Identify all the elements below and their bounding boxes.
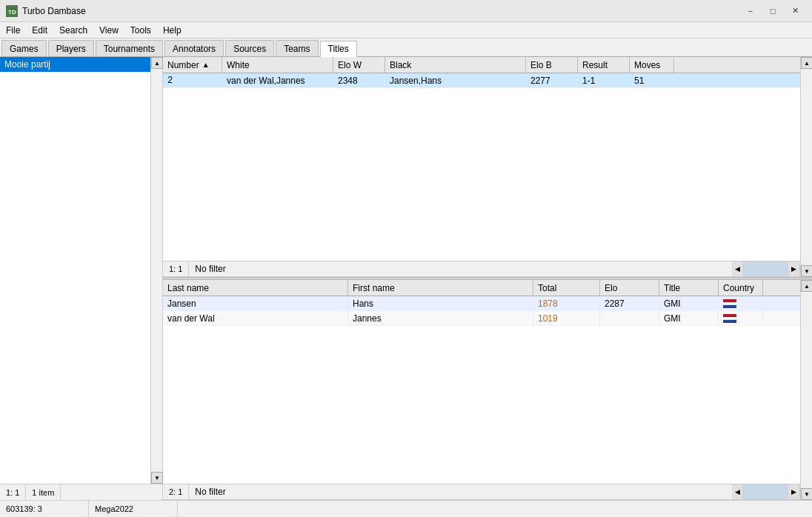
menu-view[interactable]: View [93, 22, 124, 39]
col-header-country[interactable]: Country [719, 280, 763, 296]
bottom-scroll-up[interactable]: ▲ [801, 280, 812, 292]
minimize-button[interactable]: − [739, 4, 762, 19]
col-header-total[interactable]: Total [533, 280, 600, 296]
right-panel: Number ▲ White Elo W Black Elo B [163, 57, 812, 500]
left-panel: Mooie partij ▲ ▼ 1: 1 1 item [0, 57, 163, 500]
table-row[interactable]: van der Wal Jannes 1019 GMI [163, 311, 800, 326]
col-header-black[interactable]: Black [385, 57, 526, 73]
tab-titles[interactable]: Titles [320, 41, 357, 57]
menu-tools[interactable]: Tools [124, 22, 157, 39]
bottom-filter-nav-left[interactable]: ◀ [732, 484, 744, 499]
bottom-scroll-track [801, 292, 812, 488]
tab-annotators[interactable]: Annotators [164, 40, 224, 56]
menu-bar: File Edit Search View Tools Help [0, 22, 812, 39]
top-scroll-up[interactable]: ▲ [801, 57, 812, 69]
bottom-filter-scrollbar [744, 484, 788, 499]
cell-elow: 2348 [333, 73, 385, 87]
menu-search[interactable]: Search [53, 22, 93, 39]
top-filter-text: No filter [189, 264, 732, 274]
nl-flag [723, 299, 736, 308]
table-row[interactable]: 2 van der Wal,Jannes 2348 Jansen,Hans 22… [163, 73, 800, 88]
cell-result: 1-1 [578, 73, 630, 87]
top-filter-position: 1: 1 [163, 261, 189, 276]
cell-elo [600, 311, 659, 325]
cell-country [719, 311, 763, 325]
window-controls: − □ ✕ [739, 4, 806, 19]
list-item[interactable]: Mooie partij [0, 57, 162, 72]
tab-games[interactable]: Games [1, 40, 47, 56]
menu-file[interactable]: File [0, 22, 26, 39]
bottom-grid: Last name First name Total Elo Title [163, 280, 812, 500]
bottom-grid-header: Last name First name Total Elo Title [163, 280, 800, 296]
cell-elo: 2287 [600, 296, 659, 310]
col-header-title[interactable]: Title [659, 280, 719, 296]
col-header-elob[interactable]: Elo B [526, 57, 578, 73]
scroll-track [151, 69, 162, 472]
title-bar-left: TD Turbo Dambase [6, 5, 86, 17]
cell-title: GMI [659, 296, 719, 310]
scroll-up-btn[interactable]: ▲ [151, 57, 163, 69]
bottom-grid-scrollbar: ▲ ▼ [800, 280, 812, 500]
scroll-down-btn[interactable]: ▼ [151, 472, 163, 484]
menu-edit[interactable]: Edit [26, 22, 53, 39]
title-bar: TD Turbo Dambase − □ ✕ [0, 0, 812, 22]
top-grid-header: Number ▲ White Elo W Black Elo B [163, 57, 800, 73]
nl-flag [723, 314, 736, 323]
top-grid-scrollbar: ▲ ▼ [800, 57, 812, 277]
col-header-firstname[interactable]: First name [348, 280, 533, 296]
left-status-bar: 1: 1 1 item [0, 484, 162, 500]
tab-bar: Games Players Tournaments Annotators Sou… [0, 39, 812, 57]
cell-firstname: Hans [348, 296, 533, 310]
cell-lastname: van der Wal [163, 311, 348, 325]
bottom-scroll-down[interactable]: ▼ [801, 488, 812, 500]
maximize-button[interactable]: □ [762, 4, 784, 19]
top-filter-scrollbar [744, 261, 788, 276]
cell-title: GMI [659, 311, 719, 325]
bottom-filter-position: 2: 1 [163, 484, 189, 499]
close-button[interactable]: ✕ [784, 4, 806, 19]
top-scroll-track [801, 69, 812, 265]
footer-record: 603139: 3 [0, 501, 89, 516]
cell-black: Jansen,Hans [385, 73, 526, 87]
top-filter-nav-right[interactable]: ▶ [788, 261, 800, 276]
left-status-position: 1: 1 [0, 484, 26, 500]
col-header-moves[interactable]: Moves [630, 57, 674, 73]
left-status-count: 1 item [26, 484, 61, 500]
list-item-label: Mooie partij [4, 59, 50, 70]
left-panel-content: Mooie partij [0, 57, 162, 500]
col-header-lastname[interactable]: Last name [163, 280, 348, 296]
menu-help[interactable]: Help [157, 22, 187, 39]
cell-firstname: Jannes [348, 311, 533, 325]
svg-text:TD: TD [8, 9, 16, 16]
col-header-number[interactable]: Number ▲ [163, 57, 222, 73]
left-scroll: ▲ ▼ [150, 57, 162, 484]
cell-total: 1878 [533, 296, 600, 310]
cell-white: van der Wal,Jannes [222, 73, 333, 87]
tab-sources[interactable]: Sources [225, 40, 274, 56]
tab-teams[interactable]: Teams [276, 40, 318, 56]
col-header-white[interactable]: White [222, 57, 333, 73]
main-content: Mooie partij ▲ ▼ 1: 1 1 item Number ▲ [0, 57, 812, 500]
cell-total: 1019 [533, 311, 600, 325]
top-grid: Number ▲ White Elo W Black Elo B [163, 57, 812, 277]
sort-icon: ▲ [202, 61, 210, 69]
cell-lastname: Jansen [163, 296, 348, 310]
top-scroll-down[interactable]: ▼ [801, 265, 812, 277]
bottom-status-bar: 603139: 3 Mega2022 [0, 500, 812, 516]
app-icon: TD [6, 5, 18, 17]
col-header-result[interactable]: Result [578, 57, 630, 73]
col-header-elow[interactable]: Elo W [333, 57, 385, 73]
top-grid-body: 2 van der Wal,Jannes 2348 Jansen,Hans 22… [163, 73, 800, 261]
tab-players[interactable]: Players [48, 40, 94, 56]
top-filter-nav-left[interactable]: ◀ [732, 261, 744, 276]
tab-tournaments[interactable]: Tournaments [96, 40, 163, 56]
table-row[interactable]: Jansen Hans 1878 2287 GMI [163, 296, 800, 311]
bottom-filter-nav-right[interactable]: ▶ [788, 484, 800, 499]
cell-elob: 2277 [526, 73, 578, 87]
cell-number: 2 [163, 73, 222, 87]
cell-country [719, 296, 763, 310]
bottom-grid-body: Jansen Hans 1878 2287 GMI [163, 296, 800, 484]
col-header-elo[interactable]: Elo [600, 280, 659, 296]
top-filter-bar: 1: 1 No filter ◀ ▶ [163, 261, 800, 277]
cell-moves: 51 [630, 73, 674, 87]
